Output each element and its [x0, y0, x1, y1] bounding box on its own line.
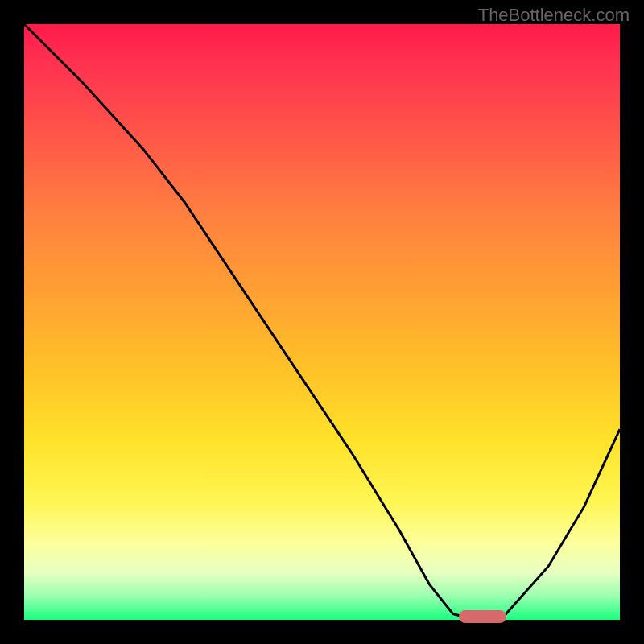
optimal-range-marker [459, 610, 506, 623]
chart-plot-area [24, 24, 620, 620]
watermark-text: TheBottleneck.com [478, 5, 630, 26]
bottleneck-curve [24, 24, 620, 620]
